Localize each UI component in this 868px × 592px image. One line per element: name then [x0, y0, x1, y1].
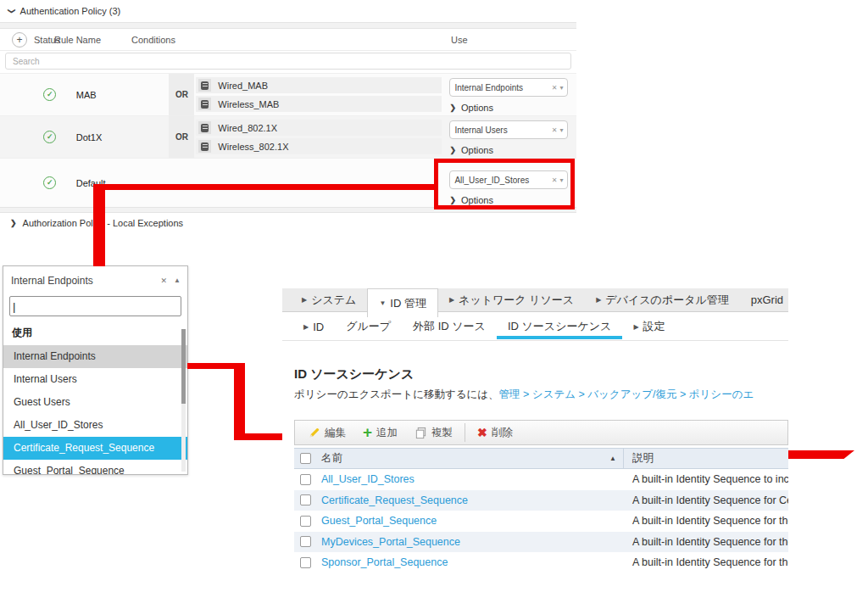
row-checkbox[interactable] — [300, 494, 311, 505]
subnav-item-settings[interactable]: ▶ 設定 — [622, 313, 676, 339]
breadcrumb-link[interactable]: 管理 > システム > バックアップ/復元 > ポリシーのエ — [499, 388, 754, 400]
policy-search-input[interactable] — [5, 53, 571, 70]
add-button[interactable]: + 追加 — [356, 421, 404, 444]
chevron-down-icon[interactable]: ▾ — [559, 126, 563, 134]
nav-label: pxGrid — [751, 293, 783, 306]
condition-label: Wireless_802.1X — [218, 142, 288, 152]
connector-line — [187, 363, 240, 369]
chevron-down-icon[interactable]: ▾ — [559, 84, 563, 92]
subnav-item-id-source-sequences[interactable]: ID ソースシーケンス — [497, 313, 622, 339]
rule-name: Default — [70, 159, 170, 207]
description-text: ポリシーのエクスポートに移動するには、 — [294, 388, 499, 400]
clear-icon[interactable]: ✕ — [552, 126, 558, 134]
nav-arrow-icon: ▶ — [596, 296, 601, 304]
sequence-description: A built-in Identity Sequence for the — [624, 556, 788, 568]
sequence-link[interactable]: Guest_Portal_Sequence — [321, 515, 437, 527]
condition-label: Wired_802.1X — [218, 123, 277, 133]
ise-admin-panel: ▶ システム ▼ ID 管理 ▶ ネットワーク リソース ▶ デバイスのポータル… — [282, 288, 788, 592]
spacer — [194, 159, 444, 207]
clear-icon[interactable]: ✕ — [552, 84, 558, 92]
sequence-link[interactable]: Sponsor_Portal_Sequence — [321, 556, 448, 568]
condition-operator: OR — [169, 74, 194, 115]
condition-operator: OR — [169, 116, 194, 158]
sequence-link[interactable]: Certificate_Request_Sequence — [321, 494, 468, 506]
endpoint-icon — [198, 121, 211, 134]
column-header-description[interactable]: 説明 — [624, 451, 788, 466]
nav-arrow-icon: ▶ — [302, 296, 307, 304]
subnav-item-id[interactable]: ▶ ID — [292, 315, 335, 338]
condition-chip[interactable]: Wired_802.1X — [196, 120, 442, 136]
dropdown-filter-input[interactable]: | — [9, 296, 181, 316]
dropdown-item[interactable]: Guest Users — [3, 391, 187, 414]
condition-chip[interactable]: Wireless_802.1X — [196, 138, 442, 154]
sequence-link[interactable]: All_User_ID_Stores — [321, 473, 415, 485]
red-arrow — [788, 450, 854, 459]
sequence-description: A built-in Identity Sequence to incl — [624, 473, 788, 485]
endpoint-icon — [198, 140, 211, 153]
authentication-policy-header[interactable]: ❯ Authentication Policy (3) — [0, 0, 576, 22]
nav-item-system[interactable]: ▶ システム — [291, 288, 367, 311]
row-checkbox[interactable] — [300, 474, 311, 485]
sequence-link[interactable]: MyDevices_Portal_Sequence — [321, 536, 460, 548]
nav-item-network-resources[interactable]: ▶ ネットワーク リソース — [438, 288, 585, 311]
status-enabled-icon[interactable]: ✓ — [43, 176, 56, 189]
toolbar-separator — [465, 423, 465, 442]
edit-button[interactable]: 編集 — [302, 421, 353, 444]
connector-line — [99, 184, 437, 190]
duplicate-button[interactable]: 複製 — [408, 421, 459, 444]
dropdown-item[interactable]: Internal Users — [3, 368, 187, 391]
connector-line — [240, 433, 283, 440]
options-toggle[interactable]: ❯ Options — [449, 145, 576, 155]
rule-name: MAB — [70, 74, 170, 115]
identity-store-value: Internal Users — [454, 126, 548, 135]
chevron-down-icon: ❯ — [8, 8, 16, 14]
condition-chip[interactable]: Wireless_MAB — [196, 96, 442, 112]
identity-store-select[interactable]: Internal Users ✕ ▾ — [449, 120, 568, 139]
pencil-icon — [309, 427, 320, 438]
add-label: 追加 — [376, 426, 398, 440]
spacer — [0, 159, 31, 207]
clear-icon[interactable]: ✕ — [161, 276, 168, 285]
policy-table-header: + Status Rule Name Conditions Use — [0, 29, 576, 51]
row-checkbox[interactable] — [300, 536, 311, 547]
condition-chip[interactable]: Wired_MAB — [196, 77, 442, 93]
policy-rule-row-dot1x: ✓ Dot1X OR Wired_802.1X Wireless_802.1X … — [0, 115, 576, 158]
authentication-policy-title: Authentication Policy (3) — [20, 6, 121, 16]
delete-label: 削除 — [492, 426, 513, 440]
nav-item-pxgrid[interactable]: pxGrid — [740, 288, 794, 311]
scrollbar[interactable] — [181, 329, 186, 472]
row-checkbox[interactable] — [300, 516, 311, 527]
nav-item-device-portal-management[interactable]: ▶ デバイスのポータル管理 — [585, 288, 740, 311]
row-checkbox[interactable] — [300, 557, 311, 568]
rule-name: Dot1X — [70, 116, 170, 158]
sort-ascending-icon[interactable]: ▲ — [609, 455, 616, 462]
authorization-policy-section[interactable]: ❯ Authorization Policy - Local Exception… — [0, 213, 576, 232]
options-label: Options — [461, 145, 493, 155]
delete-button[interactable]: ✖ 削除 — [470, 421, 520, 444]
select-all-checkbox[interactable] — [300, 453, 311, 464]
identity-store-select[interactable]: Internal Endpoints ✕ ▾ — [449, 78, 568, 97]
page-title: ID ソースシーケンス — [294, 366, 788, 383]
dropdown-item[interactable]: Internal Endpoints — [3, 345, 187, 368]
dropdown-item-selected[interactable]: Certificate_Request_Sequence — [3, 437, 187, 460]
collapse-up-icon[interactable]: ▲ — [174, 276, 181, 284]
options-toggle[interactable]: ❯ Options — [449, 103, 576, 113]
nav-item-id-management[interactable]: ▼ ID 管理 — [367, 288, 438, 317]
endpoint-icon — [198, 98, 211, 110]
delete-x-icon: ✖ — [477, 426, 487, 439]
status-enabled-icon[interactable]: ✓ — [43, 88, 56, 101]
add-rule-button[interactable]: + — [12, 32, 27, 47]
endpoint-icon — [198, 79, 211, 92]
plus-icon: + — [363, 426, 372, 439]
scrollbar-thumb[interactable] — [181, 329, 186, 404]
spacer — [0, 74, 31, 115]
status-enabled-icon[interactable]: ✓ — [43, 131, 56, 143]
dropdown-item[interactable]: Guest_Portal_Sequence — [3, 460, 187, 475]
identity-store-dropdown-panel: Internal Endpoints ✕ ▲ | 使用 Internal End… — [3, 265, 188, 475]
nav-label: 外部 ID ソース — [413, 319, 486, 334]
identity-store-value: Internal Endpoints — [454, 83, 548, 92]
connector-line — [234, 363, 245, 440]
dropdown-item[interactable]: All_User_ID_Stores — [3, 414, 187, 437]
chevron-right-icon: ❯ — [449, 146, 456, 154]
column-header-name[interactable]: 名前 ▲ — [294, 449, 624, 468]
